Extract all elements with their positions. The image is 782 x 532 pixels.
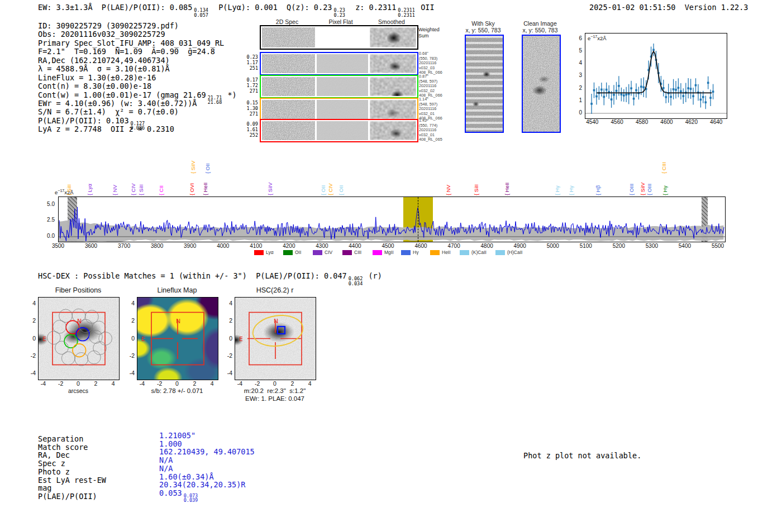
match-row-label: Photo z	[38, 467, 70, 476]
spec2d-row-weights: 0.09 1.61 252	[246, 121, 258, 138]
match-row-label: P(LAE)/P(OII)	[38, 492, 97, 501]
info-line: λ = 4588.9Å σ = 3.10(±0.81)Å	[38, 65, 237, 73]
legend-swatch	[401, 250, 411, 255]
fiber-positions-panel: N E	[38, 297, 120, 380]
emission-line-label-cii: { CII	[158, 185, 164, 195]
legend-swatch	[283, 250, 293, 255]
detection-info-block: ID: 3090225729 (3090225729.pdf)Obs: 2020…	[38, 22, 237, 134]
svg-text:N: N	[176, 318, 180, 325]
elixer-report-page: EW: 3.3±1.3Å P(LAE)/P(OII): 0.0850.1340.…	[0, 0, 782, 532]
emission-line-label-hγ: { Hγ	[568, 186, 574, 195]
col-header-smoothed: Smoothed	[378, 18, 405, 25]
legend-item-oii: OII	[283, 250, 301, 255]
timestamp: 2025-01-02 01:51:50	[589, 3, 675, 12]
emission-line-label-civ: { CIV	[327, 183, 333, 195]
emission-line-label-heii: { HeII	[504, 183, 510, 195]
emission-line-label-heii: { HeII	[202, 183, 208, 195]
emission-line-label-nv: { NV	[112, 185, 118, 195]
emission-line-label-siiv: { SiIV	[190, 161, 196, 174]
legend-swatch	[373, 250, 382, 255]
match-row-value: N/A	[159, 464, 173, 473]
spec2d-row-meta: 0.68" (550, 783) 20201116 v032_03 408_RL…	[419, 51, 442, 75]
info-line: S/N = 6.7(±1.4) χ² = 0.7(±0.0)	[38, 108, 237, 116]
with-sky-cutout	[465, 35, 504, 133]
legend-swatch	[254, 250, 264, 255]
lineflux-caption: s/b: 2.78 +/- 0.071	[151, 387, 203, 394]
info-line: Cont(w) = 1.00(±0.01)e-17 (gmag 21.6921.…	[38, 91, 237, 99]
match-row-value: 1.60(±0.34)Å	[159, 472, 214, 481]
emission-line-label-siii: { SiII	[473, 184, 479, 195]
emission-line-label-ciii: { CIII	[661, 162, 667, 174]
info-line: Cont(n) = 8.30(±0.00)e-18	[38, 82, 237, 90]
match-row-value: 1.000	[159, 439, 182, 448]
emission-line-label-oiii: { OIII	[628, 184, 635, 195]
emission-line-label-hβ: { Hβ	[595, 185, 601, 195]
info-line: Obs: 20201116v032_3090225729	[38, 30, 237, 39]
emission-line-label-nv: { NV	[445, 185, 451, 195]
svg-text:N: N	[274, 318, 278, 325]
hsc-image-panel: N E	[235, 297, 316, 380]
hsc-dex-match-line: HSC-DEX : Possible Matches = 1 (within +…	[38, 271, 382, 286]
with-sky-coords: x, y: 550, 783	[465, 27, 500, 33]
hsc-image-title: HSC(26.2) r	[256, 286, 294, 294]
match-row-value: 20.34(20.34,20.35)R	[159, 480, 245, 489]
match-row-value: N/A	[159, 456, 173, 464]
legend-item-mgii: MgII	[373, 250, 394, 255]
report-timestamp-version: 2025-01-02 01:51:50 Version 1.22.3	[589, 3, 748, 12]
info-line: ID: 3090225729 (3090225729.pdf)	[38, 22, 237, 30]
fit-plot-ylabel: e−17x2Å	[588, 35, 607, 41]
weighted-sum-row	[260, 25, 418, 50]
with-sky-source-blob	[483, 71, 490, 77]
emission-line-label-siiv: { SiIV	[640, 183, 646, 195]
legend-swatch	[342, 250, 352, 255]
with-sky-title: With Sky	[471, 20, 494, 27]
lineflux-map-title: Lineflux Map	[158, 286, 197, 294]
spec2d-row-weights: 0.17 1.72 271	[246, 77, 258, 94]
col-header-2dspec: 2D Spec	[276, 18, 298, 25]
match-row-label: Separation	[38, 434, 83, 443]
legend-swatch	[495, 250, 505, 255]
svg-text:E: E	[239, 336, 243, 343]
detection-wavelength-marker	[418, 197, 418, 242]
hsc-caption-2: EWr: 1. PLAE: 0.047	[245, 395, 304, 402]
lineflux-map-panel: N E	[137, 297, 218, 380]
info-line: F=2.1" T=0.169 N̄=1.09 Ā=0.90 ḡ=24.8	[38, 47, 237, 56]
legend-item-ly: Lyα	[254, 250, 274, 255]
legend-swatch	[460, 250, 469, 255]
match-row-label: mag	[38, 483, 51, 492]
info-line: RA,Dec (162.210724,49.406734)	[38, 56, 237, 65]
spec2d-row-meta: 0.87" (548, 597) 20201116 v032_02 408_RL…	[419, 74, 442, 98]
legend-item-h: Hγ	[401, 250, 418, 255]
emission-line-label-siii: { SiII	[138, 184, 144, 195]
col-header-pixelflat: Pixel Flat	[328, 18, 352, 25]
emission-line-label-hγ: { Hγ	[662, 186, 668, 195]
emission-line-label-ovi: { OVI	[189, 183, 195, 195]
emission-line-label-oiii: { OIII	[646, 184, 652, 195]
north-label: N	[77, 318, 82, 325]
legend-item-ciii: CIII	[342, 250, 361, 255]
spec2d-row	[260, 119, 418, 142]
match-row-label: RA, Dec	[38, 450, 70, 459]
photz-note: Phot z plot not available.	[523, 451, 641, 460]
emission-line-label-siii: { SiII	[66, 184, 72, 195]
legend-swatch	[313, 250, 322, 255]
emission-line-label-hγ: { Hγ	[554, 186, 560, 195]
version-label: Version 1.22.3	[685, 3, 748, 12]
info-line: LyA z = 2.7748 OII z = 0.2310	[38, 125, 237, 133]
match-row-value: 0.0530.0730.039	[159, 488, 199, 503]
line-fit-plot: e−17x2Å	[585, 33, 727, 119]
match-row-label: Match score	[38, 443, 88, 452]
hsc-caption-1: m:20.2 re:2.3" s:1.2"	[244, 387, 306, 394]
spec2d-row	[260, 98, 418, 121]
legend-swatch	[430, 250, 440, 255]
emission-line-label-oii: { OII	[204, 164, 211, 174]
match-row-value: 1.21005"	[159, 431, 196, 440]
fiber-xlabel: arcsecs	[68, 387, 88, 394]
emission-line-label-lyα: { Lyα	[87, 184, 93, 195]
spec2d-row-meta: 1.42" (550, 774) 20201116 v032_01 408_RL…	[419, 118, 442, 142]
spec2d-row	[260, 52, 418, 75]
full-spectrum-plot	[58, 196, 726, 242]
match-row-label: Est LyA rest-EW	[38, 476, 106, 485]
emission-line-label-civ: { CIV	[130, 183, 136, 195]
clean-image-coords: x, y: 550, 783	[522, 27, 557, 33]
